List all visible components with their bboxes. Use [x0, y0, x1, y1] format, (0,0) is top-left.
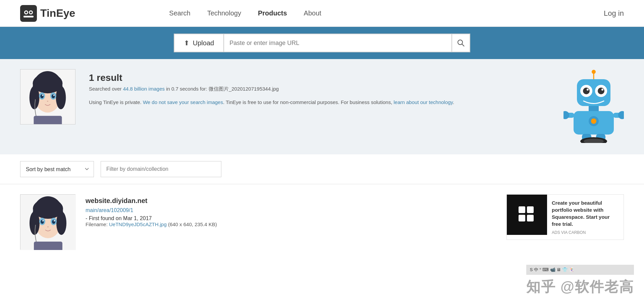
logo-text: TinEye: [40, 7, 75, 19]
upload-button[interactable]: ⬆ Upload: [174, 34, 223, 52]
anime-char-image: [20, 69, 75, 124]
result-subtitle: Searched over 44.8 billion images in 0.7…: [89, 86, 550, 92]
svg-point-13: [56, 86, 66, 109]
searched-image: [20, 69, 75, 124]
nav-technology[interactable]: Technology: [207, 9, 241, 17]
filter-input[interactable]: [101, 161, 221, 177]
result-notice: Using TinEye is private. We do not save …: [89, 98, 550, 106]
svg-rect-31: [589, 106, 599, 111]
upload-icon: ⬆: [184, 39, 190, 47]
svg-line-7: [462, 44, 464, 46]
match-list: website.diyidan.net main/area/102009/1 -…: [20, 194, 493, 260]
matches-area: website.diyidan.net main/area/102009/1 -…: [0, 184, 644, 270]
match-info: website.diyidan.net main/area/102009/1 -…: [86, 194, 217, 227]
svg-point-12: [30, 86, 40, 109]
ad-image: [507, 195, 547, 235]
svg-point-6: [458, 40, 463, 45]
match-image: [20, 194, 75, 250]
svg-point-37: [564, 111, 569, 119]
svg-point-19: [53, 95, 55, 96]
filename-info: (640 x 640, 235.4 KB): [167, 221, 217, 227]
robot-mascot: [564, 69, 624, 143]
upload-label: Upload: [193, 39, 214, 47]
svg-point-34: [591, 118, 596, 124]
subtitle-pre: Searched over: [89, 86, 123, 92]
svg-point-18: [42, 95, 43, 96]
filename-pre: Filename:: [86, 221, 109, 227]
match-filename: Filename: UeTND9yeJD5cAZTH.jpg (640 x 64…: [86, 221, 217, 227]
notice-pre: Using TinEye is private.: [89, 99, 143, 105]
login-button[interactable]: Log in: [604, 9, 624, 18]
main-nav: Search Technology Products About: [169, 9, 321, 17]
robot-area: [564, 69, 624, 144]
svg-point-55: [47, 226, 49, 228]
svg-point-48: [56, 211, 66, 235]
svg-point-23: [592, 70, 596, 74]
notice-mid: . TinEye is free to use for non-commerci…: [223, 99, 394, 105]
filename-link[interactable]: UeTND9yeJD5cAZTH.jpg: [109, 221, 167, 227]
url-input[interactable]: [223, 34, 451, 52]
learn-tech-link[interactable]: learn about our technology: [393, 99, 453, 105]
ad-area: Create your beautiful portfolio website …: [506, 194, 624, 260]
nav-products[interactable]: Products: [258, 9, 287, 17]
logo-icon: [20, 5, 37, 22]
svg-rect-61: [527, 215, 534, 221]
svg-rect-58: [519, 206, 525, 213]
results-area: 1 result Searched over 44.8 billion imag…: [0, 59, 644, 154]
svg-point-29: [587, 89, 589, 91]
svg-rect-21: [34, 116, 62, 124]
search-icon: [457, 39, 465, 47]
match-item: website.diyidan.net main/area/102009/1 -…: [20, 194, 493, 250]
header-right: Log in: [604, 9, 624, 18]
svg-rect-60: [519, 215, 525, 221]
ad-title: Create your beautiful portfolio website …: [552, 199, 619, 228]
filter-bar: Sort by best match Sort by most changed …: [0, 154, 644, 184]
ad-card[interactable]: Create your beautiful portfolio website …: [506, 194, 624, 240]
sort-select[interactable]: Sort by best match Sort by most changed …: [20, 161, 94, 177]
billion-images-link[interactable]: 44.8 billion images: [123, 86, 165, 92]
notice-end: .: [453, 99, 454, 105]
svg-point-27: [583, 88, 590, 94]
svg-point-53: [42, 220, 44, 221]
nav-about[interactable]: About: [304, 9, 321, 17]
svg-point-20: [47, 101, 48, 102]
svg-rect-56: [34, 242, 62, 250]
svg-point-28: [598, 88, 604, 94]
ad-via: ADS VIA CARBON: [552, 230, 619, 235]
logo-link[interactable]: TinEye: [20, 5, 75, 22]
found-text: - First found on Mar 1, 2017: [86, 215, 152, 221]
svg-point-54: [54, 220, 55, 221]
svg-rect-57: [512, 200, 542, 230]
svg-point-30: [601, 89, 603, 91]
match-link[interactable]: main/area/102009/1: [86, 207, 217, 213]
svg-rect-0: [20, 5, 37, 22]
header: TinEye Search Technology Products About …: [0, 0, 644, 27]
svg-point-4: [30, 11, 32, 13]
search-bar-area: ⬆ Upload: [0, 27, 644, 59]
ad-content: Create your beautiful portfolio website …: [547, 195, 624, 240]
result-info: 1 result Searched over 44.8 billion imag…: [89, 69, 550, 106]
result-count: 1 result: [89, 72, 550, 83]
subtitle-post: in 0.7 seconds for: 微信图片_20201207195344.…: [165, 86, 279, 92]
svg-rect-5: [23, 16, 34, 17]
svg-point-38: [618, 111, 624, 119]
svg-rect-59: [527, 206, 534, 213]
svg-point-47: [30, 211, 40, 235]
svg-point-3: [25, 11, 27, 13]
match-domain: website.diyidan.net: [86, 197, 217, 205]
search-button[interactable]: [451, 34, 470, 52]
nav-search[interactable]: Search: [169, 9, 190, 17]
no-save-link[interactable]: We do not save your search images: [143, 99, 223, 105]
